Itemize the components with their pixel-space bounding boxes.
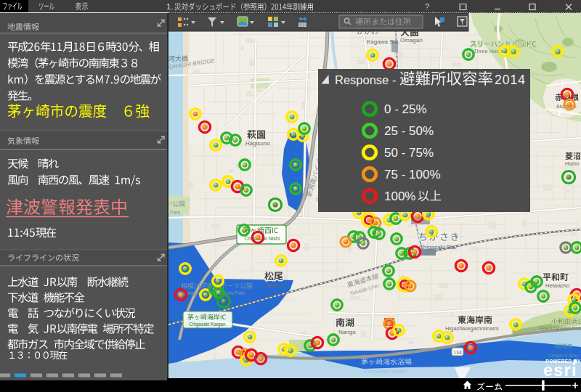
- svg-text:Hagisono: Hagisono: [245, 140, 270, 147]
- svg-text:75 - 100%: 75 - 100%: [384, 168, 441, 181]
- svg-text:100%: 100%: [384, 189, 415, 203]
- svg-text:Omagari: Omagari: [400, 37, 423, 44]
- svg-text:Response -: Response -: [335, 73, 396, 86]
- svg-text:50 - 75%: 50 - 75%: [384, 146, 434, 160]
- svg-text:0 - 25%: 0 - 25%: [384, 102, 427, 116]
- svg-text:Three Hund: Three Hund: [474, 48, 503, 54]
- svg-text:134: 134: [453, 350, 462, 355]
- svg-text:Kagawa Sta.: Kagawa Sta.: [367, 38, 399, 45]
- svg-text:Kowadahama Koe: Kowadahama Koe: [540, 326, 581, 331]
- svg-text:?: ?: [425, 2, 429, 11]
- svg-text:Matsuo: Matsuo: [267, 282, 286, 289]
- svg-text:Chigasaki Kaigan: Chigasaki Kaigan: [189, 322, 226, 327]
- svg-text:Hishin: Hishin: [565, 161, 580, 166]
- svg-text:Chigasaki Sta.: Chigasaki Sta.: [419, 244, 457, 250]
- svg-text:2014: 2014: [495, 73, 526, 87]
- svg-text:esri: esri: [543, 361, 577, 380]
- svg-text:Higashikaigamminami: Higashikaigamminami: [445, 325, 499, 332]
- svg-text:Heiwacho: Heiwacho: [545, 282, 569, 289]
- svg-text:Sagami Bay: Sagami Bay: [548, 352, 580, 359]
- svg-text:Nango: Nango: [338, 329, 356, 335]
- svg-text:1.: 1.: [166, 2, 174, 11]
- svg-text:25 - 50%: 25 - 50%: [384, 124, 434, 138]
- svg-text:Park: Park: [170, 210, 181, 215]
- svg-text:Chigasaki Beach: Chigasaki Beach: [364, 368, 407, 375]
